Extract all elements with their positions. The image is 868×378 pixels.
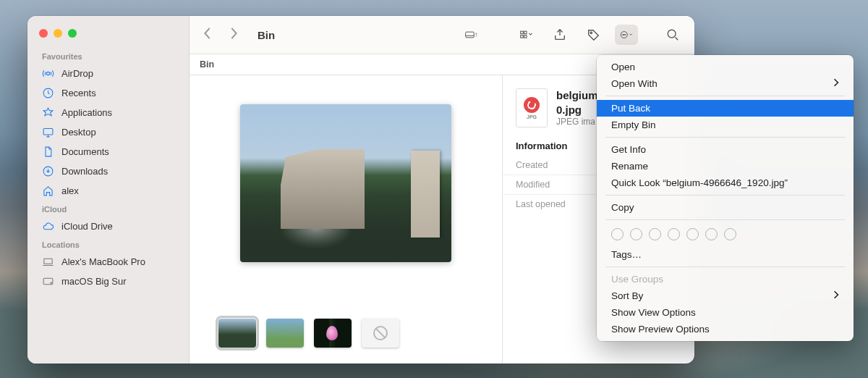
tag-color-6[interactable] bbox=[705, 228, 718, 240]
sidebar-item-disk[interactable]: macOS Big Sur bbox=[27, 272, 189, 291]
svg-point-6 bbox=[51, 282, 51, 283]
chevron-right-icon bbox=[833, 290, 839, 301]
home-icon bbox=[42, 185, 54, 197]
svg-rect-9 bbox=[524, 31, 527, 33]
zoom-window-button[interactable] bbox=[68, 29, 77, 38]
sidebar-item-downloads[interactable]: Downloads bbox=[27, 161, 189, 181]
desktop-icon bbox=[42, 126, 54, 138]
ctx-open[interactable]: Open bbox=[597, 59, 854, 75]
ctx-separator bbox=[605, 96, 845, 96]
view-mode-button[interactable] bbox=[460, 25, 483, 45]
sidebar-item-label: iCloud Drive bbox=[61, 221, 113, 232]
more-actions-button[interactable] bbox=[615, 25, 638, 45]
tag-color-1[interactable] bbox=[611, 228, 624, 240]
svg-rect-10 bbox=[521, 35, 523, 38]
sidebar-section-favourites: Favourites bbox=[27, 48, 189, 64]
ctx-use-groups: Use Groups bbox=[597, 271, 854, 287]
thumbnail-blocked[interactable] bbox=[362, 319, 399, 348]
svg-rect-11 bbox=[524, 35, 527, 38]
ctx-show-preview-options[interactable]: Show Preview Options bbox=[597, 321, 854, 337]
sidebar-item-label: Downloads bbox=[61, 166, 108, 177]
sidebar-section-icloud: iCloud bbox=[27, 201, 189, 217]
ctx-empty-bin[interactable]: Empty Bin bbox=[597, 117, 854, 133]
ctx-sort-by[interactable]: Sort By bbox=[597, 287, 854, 304]
ctx-separator bbox=[605, 195, 845, 196]
back-button[interactable] bbox=[203, 27, 213, 43]
svg-rect-4 bbox=[44, 259, 52, 264]
sidebar-item-documents[interactable]: Documents bbox=[27, 142, 189, 161]
finder-window: Favourites AirDrop Recents Applications … bbox=[27, 16, 694, 364]
sidebar-section-locations: Locations bbox=[27, 236, 189, 252]
airdrop-icon bbox=[42, 67, 54, 80]
laptop-icon bbox=[42, 256, 54, 268]
sidebar-item-applications[interactable]: Applications bbox=[27, 103, 189, 122]
tag-color-5[interactable] bbox=[686, 228, 699, 240]
tag-color-4[interactable] bbox=[668, 228, 680, 240]
sidebar-item-label: Applications bbox=[61, 107, 112, 118]
sidebar: Favourites AirDrop Recents Applications … bbox=[27, 16, 190, 364]
ctx-separator bbox=[605, 219, 845, 220]
ctx-show-view-options[interactable]: Show View Options bbox=[597, 304, 854, 321]
downloads-icon bbox=[42, 165, 54, 177]
file-kind: JPEG ima bbox=[556, 117, 598, 127]
forward-button[interactable] bbox=[229, 27, 239, 43]
thumbnail-1[interactable] bbox=[218, 319, 256, 348]
ctx-get-info[interactable]: Get Info bbox=[597, 141, 854, 158]
applications-icon bbox=[42, 106, 54, 119]
sidebar-item-macbook[interactable]: Alex's MacBook Pro bbox=[27, 252, 189, 272]
preview-image[interactable] bbox=[240, 104, 451, 262]
sidebar-item-airdrop[interactable]: AirDrop bbox=[27, 64, 189, 83]
file-type-icon: JPG bbox=[516, 88, 548, 127]
sidebar-item-home[interactable]: alex bbox=[27, 181, 189, 201]
sidebar-item-label: AirDrop bbox=[61, 68, 93, 79]
toolbar: Bin bbox=[190, 16, 694, 54]
thumbnail-2[interactable] bbox=[266, 319, 304, 348]
tag-color-7[interactable] bbox=[724, 228, 736, 240]
sidebar-item-label: Recents bbox=[61, 88, 96, 98]
svg-point-0 bbox=[46, 72, 49, 75]
ctx-quick-look[interactable]: Quick Look “belgium-4966646_1920.jpg” bbox=[597, 175, 854, 191]
search-button[interactable] bbox=[661, 25, 684, 45]
ctx-rename[interactable]: Rename bbox=[597, 158, 854, 175]
thumbnail-3[interactable] bbox=[314, 319, 352, 348]
sidebar-item-label: alex bbox=[61, 185, 79, 196]
svg-rect-8 bbox=[521, 31, 523, 33]
sidebar-item-label: macOS Big Sur bbox=[61, 276, 127, 287]
group-button[interactable] bbox=[515, 25, 538, 45]
sidebar-item-recents[interactable]: Recents bbox=[27, 83, 189, 103]
window-controls bbox=[27, 25, 189, 48]
sidebar-item-label: Desktop bbox=[61, 127, 96, 138]
ctx-put-back[interactable]: Put Back bbox=[597, 100, 854, 117]
sidebar-item-desktop[interactable]: Desktop bbox=[27, 122, 189, 142]
tag-color-2[interactable] bbox=[630, 228, 642, 240]
chevron-right-icon bbox=[833, 78, 839, 89]
sidebar-item-label: Alex's MacBook Pro bbox=[61, 256, 145, 267]
minimize-window-button[interactable] bbox=[54, 29, 62, 38]
window-title: Bin bbox=[258, 29, 275, 41]
svg-point-17 bbox=[668, 30, 676, 38]
sidebar-item-label: Documents bbox=[61, 146, 109, 157]
sidebar-item-icloud-drive[interactable]: iCloud Drive bbox=[27, 217, 189, 236]
ctx-separator bbox=[605, 266, 845, 267]
ctx-tag-colors bbox=[597, 224, 854, 246]
path-segment: Bin bbox=[200, 59, 214, 70]
close-window-button[interactable] bbox=[39, 29, 48, 38]
cloud-icon bbox=[42, 220, 54, 232]
documents-icon bbox=[42, 146, 54, 158]
ctx-tags[interactable]: Tags… bbox=[597, 246, 854, 263]
svg-point-14 bbox=[623, 34, 624, 35]
ctx-open-with[interactable]: Open With bbox=[597, 75, 854, 92]
svg-rect-2 bbox=[43, 129, 53, 135]
ctx-copy[interactable]: Copy bbox=[597, 199, 854, 216]
disk-icon bbox=[42, 275, 54, 287]
thumbnail-strip bbox=[218, 319, 399, 348]
file-name: belgium0.jpg bbox=[556, 88, 598, 117]
svg-rect-7 bbox=[466, 32, 475, 38]
tags-button[interactable] bbox=[582, 25, 605, 45]
svg-point-16 bbox=[625, 34, 626, 35]
clock-icon bbox=[42, 87, 54, 99]
svg-point-15 bbox=[624, 34, 624, 35]
share-button[interactable] bbox=[548, 25, 571, 45]
svg-point-12 bbox=[590, 32, 592, 33]
tag-color-3[interactable] bbox=[649, 228, 661, 240]
